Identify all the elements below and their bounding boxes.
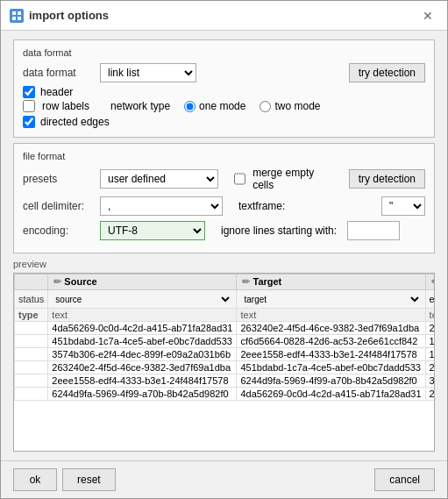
table-row: 4da56269-0c0d-4c2d-a415-ab71fa28ad31 263… — [15, 322, 436, 335]
preview-label: preview — [13, 259, 435, 269]
directed-edges-label: directed edges — [40, 116, 110, 128]
textframe-label: textframe: — [238, 200, 285, 212]
data-cell: cf6d5664-0828-42d6-ac53-2e6e61ccf842 — [237, 335, 425, 348]
data-format-section: data format data format link list adjace… — [13, 39, 435, 138]
file-format-section-label: file format — [23, 151, 425, 161]
directed-edges-checkbox[interactable] — [23, 116, 35, 128]
encoding-select[interactable]: UTF-8 ASCII ISO-8859-1 — [100, 221, 205, 240]
data-cell: 6244d9fa-5969-4f99-a70b-8b42a5d982f0 — [48, 388, 237, 401]
table-th-source: ✏Source — [48, 274, 237, 290]
status-col3: enable... — [425, 290, 435, 309]
cell-delimiter-label: cell delimiter: — [23, 200, 93, 212]
row-label-cell — [15, 374, 48, 388]
cell-delimiter-select[interactable]: , ; TAB — [100, 196, 223, 216]
preview-section: preview ✏Source ✏Target ✏La... status — [13, 259, 435, 452]
row-labels-label: row labels — [42, 100, 89, 112]
table-th-rowlabel — [15, 274, 48, 290]
import-options-dialog: import options ✕ data format data format… — [0, 0, 448, 499]
data-cell: 6244d9fa-5969-4f99-a70b-8b42a5d982f0 — [237, 374, 425, 388]
directed-edges-checkbox-row: directed edges — [23, 116, 425, 128]
one-mode-option: one mode — [184, 100, 245, 112]
table-header-row: ✏Source ✏Target ✏La... — [15, 274, 436, 290]
data-cell: 4da56269-0c0d-4c2d-a415-ab71fa28ad31 — [48, 322, 237, 335]
data-format-select[interactable]: link list adjacency list matrix — [100, 63, 196, 82]
data-cell: 263240e2-4f5d-46ce-9382-3ed7f69a1dba — [48, 361, 237, 374]
data-cell: 4da56269-0c0d-4c2d-a415-ab71fa28ad31 — [237, 388, 425, 401]
presets-row: presets user defined comma separated tab… — [23, 167, 425, 191]
title-bar: import options ✕ — [1, 1, 447, 31]
merge-empty-cells-label: merge empty cells — [252, 167, 334, 191]
status-col2[interactable]: target source ignore — [237, 290, 425, 309]
status-row-label: status — [15, 290, 48, 309]
data-cell: 2eee1558-edf4-4333-b3e1-24f484f17578 — [237, 348, 425, 361]
table-th-target: ✏Target — [237, 274, 425, 290]
row-label-cell — [15, 322, 48, 335]
table-row: 263240e2-4f5d-46ce-9382-3ed7f69a1dba 451… — [15, 361, 436, 374]
network-type-label: network type — [110, 100, 170, 112]
encoding-row: encoding: UTF-8 ASCII ISO-8859-1 ignore … — [23, 221, 425, 240]
svg-rect-0 — [12, 11, 16, 15]
svg-rect-2 — [12, 17, 16, 20]
status-source-select[interactable]: source target ignore — [52, 291, 232, 307]
table-row-status: status source target ignore targ — [15, 290, 436, 309]
reset-button[interactable]: reset — [62, 468, 116, 491]
header-checkbox[interactable] — [23, 86, 35, 98]
data-cell: 263240e2-4f5d-46ce-9382-3ed7f69a1dba — [237, 322, 425, 335]
table-row-type: type text text text — [15, 309, 436, 322]
presets-label: presets — [23, 173, 93, 185]
footer-left-buttons: ok reset — [13, 468, 116, 491]
data-cell: 2eee1558-edf4-4333-b3e1-24f484f17578 — [48, 374, 237, 388]
dialog-icon — [10, 9, 24, 23]
type-col1: text — [48, 309, 237, 322]
cancel-button[interactable]: cancel — [374, 468, 435, 491]
ok-button[interactable]: ok — [13, 468, 57, 491]
header-label: header — [40, 86, 73, 98]
dialog-content: data format data format link list adjace… — [1, 31, 447, 460]
encoding-label: encoding: — [23, 225, 93, 237]
one-mode-radio[interactable] — [184, 101, 196, 112]
close-button[interactable]: ✕ — [417, 7, 438, 25]
type-col2: text — [237, 309, 425, 322]
row-label-cell — [15, 348, 48, 361]
preview-table-container[interactable]: ✏Source ✏Target ✏La... status source tar… — [13, 273, 435, 452]
cell-delimiter-row: cell delimiter: , ; TAB textframe: " ' — [23, 196, 425, 216]
data-cell: 3 días — [425, 374, 435, 388]
row-labels-checkbox[interactable] — [23, 100, 35, 112]
row-labels-network-row: row labels network type one mode two mod… — [23, 100, 425, 112]
textframe-select[interactable]: " ' — [381, 196, 425, 216]
svg-rect-3 — [18, 17, 21, 20]
row-label-cell — [15, 388, 48, 401]
data-cell: 451bdabd-1c7a-4ce5-abef-e0bc7dadd533 — [48, 335, 237, 348]
two-mode-option: two mode — [260, 100, 320, 112]
svg-rect-1 — [18, 11, 21, 15]
two-mode-label: two mode — [274, 100, 320, 112]
data-format-label: data format — [23, 67, 93, 79]
status-col1[interactable]: source target ignore — [48, 290, 237, 309]
data-cell: 10 días — [425, 335, 435, 348]
ignore-lines-input[interactable] — [347, 221, 400, 240]
data-cell: 3574b306-e2f4-4dec-899f-e09a2a031b6b — [48, 348, 237, 361]
data-format-section-label: data format — [23, 47, 425, 58]
one-mode-label: one mode — [199, 100, 245, 112]
two-mode-radio[interactable] — [260, 101, 271, 112]
table-row: 6244d9fa-5969-4f99-a70b-8b42a5d982f0 4da… — [15, 388, 436, 401]
data-cell: 1 día — [425, 348, 435, 361]
type-row-label: type — [15, 309, 48, 322]
try-detection-button-top[interactable]: try detection — [349, 63, 425, 82]
header-checkbox-row: header — [23, 86, 425, 98]
type-col3: text — [425, 309, 435, 322]
data-format-row: data format link list adjacency list mat… — [23, 63, 425, 82]
presets-select[interactable]: user defined comma separated tab separat… — [100, 169, 218, 189]
merge-empty-cells-checkbox[interactable] — [234, 173, 245, 185]
preview-table: ✏Source ✏Target ✏La... status source tar… — [14, 274, 435, 401]
dialog-title: import options — [29, 9, 109, 22]
ignore-lines-label: ignore lines starting with: — [221, 225, 337, 237]
try-detection-button-file[interactable]: try detection — [349, 169, 425, 189]
table-row: 2eee1558-edf4-4333-b3e1-24f484f17578 624… — [15, 374, 436, 388]
table-row: 451bdabd-1c7a-4ce5-abef-e0bc7dadd533 cf6… — [15, 335, 436, 348]
row-label-cell — [15, 335, 48, 348]
data-cell: 20 días — [425, 361, 435, 374]
file-format-section: file format presets user defined comma s… — [13, 143, 435, 253]
table-th-la: ✏La... — [425, 274, 435, 290]
status-target-select[interactable]: target source ignore — [240, 291, 421, 307]
